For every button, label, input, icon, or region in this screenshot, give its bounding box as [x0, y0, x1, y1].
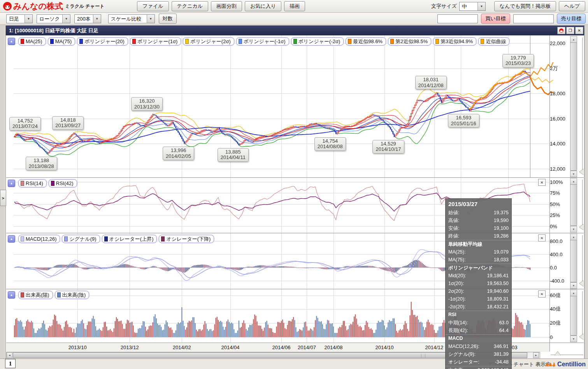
y-zoom-slider[interactable]: [582, 38, 583, 174]
vertical-scroll-thumb[interactable]: [570, 240, 577, 282]
centillion-logo-icon: ▲▲▲: [543, 361, 555, 367]
tooltip-row: MACD(12,26):346.91: [446, 343, 511, 350]
period-select[interactable]: 日足 ▼: [6, 14, 33, 23]
menu-button-0[interactable]: ファイル: [137, 1, 169, 11]
chart-window-titlebar[interactable]: 1: [100000018] 日経平均株価 大証 日足 ❐ ✕: [6, 26, 584, 35]
chevron-down-icon[interactable]: ▼: [62, 15, 70, 23]
menu-button-1[interactable]: テクニカル: [172, 1, 209, 11]
crosshair-tooltip: 2015/03/27 始値:19,375高値:19,590安値:19,100終値…: [445, 198, 512, 369]
scroll-down-icon[interactable]: ▼: [570, 336, 577, 342]
scroll-up-icon[interactable]: ▲: [570, 178, 577, 185]
y-zoom-slider-handle[interactable]: [579, 224, 584, 230]
legend-chip-MACD(12,26)[interactable]: MACD(12,26): [18, 235, 60, 243]
legend-chip-ボリンジャー(2σ)[interactable]: ボリンジャー(2σ): [183, 37, 234, 45]
legend-chip-出来高(陽)[interactable]: 出来高(陽): [18, 291, 53, 299]
app-root: みんなの株式 ミラクル チャート ファイルテクニカル画面分割お気に入り描画 文字…: [0, 0, 588, 369]
expand-panel-handle[interactable]: ＞: [0, 190, 6, 206]
header-right-button-0[interactable]: なんでも質問！掲示板: [494, 1, 556, 11]
font-size-select[interactable]: 中 ▼: [459, 2, 486, 11]
scroll-up-icon[interactable]: ▲: [570, 234, 577, 240]
legend-chip-シグナル(9)[interactable]: シグナル(9): [62, 235, 100, 243]
close-pane-icon[interactable]: ✕: [538, 290, 546, 297]
y-zoom-slider-handle[interactable]: [579, 169, 584, 175]
tooltip-section-header: RSI: [446, 311, 511, 319]
close-pane-icon[interactable]: ✕: [538, 234, 546, 241]
buy-target-input[interactable]: [437, 14, 478, 23]
legend-chip-MA(75)[interactable]: MA(75): [48, 37, 75, 45]
bar-count-select[interactable]: 200本 ▼: [74, 14, 101, 23]
x-axis-label: 2014/12: [425, 345, 443, 350]
legend-chip-オシレーター(下降)[interactable]: オシレーター(下降): [159, 235, 214, 243]
pane-divider[interactable]: [6, 177, 584, 178]
y-zoom-slider-handle[interactable]: [579, 280, 584, 287]
scroll-down-icon[interactable]: ▼: [570, 171, 577, 177]
legend-swatch-icon: [21, 292, 24, 297]
sell-target-button[interactable]: 売り目標: [557, 14, 586, 24]
scroll-right-icon[interactable]: ►: [533, 352, 539, 358]
legend-chip-出来高(陰)[interactable]: 出来高(陰): [55, 291, 90, 299]
scroll-left-icon[interactable]: ◄: [7, 352, 12, 358]
macd-legend-row: ▲MACD(12,26)シグナル(9)オシレーター(上昇)オシレーター(下降): [8, 235, 214, 243]
legend-swatch-icon: [390, 39, 394, 44]
legend-chip-ボリンジャー(1σ)[interactable]: ボリンジャー(1σ): [130, 37, 181, 45]
vertical-scroll-thumb[interactable]: [570, 296, 577, 336]
font-size-label: 文字サイズ: [431, 3, 457, 10]
collapse-macd-pane-button[interactable]: ▲: [8, 235, 15, 243]
scroll-down-icon[interactable]: ▼: [570, 282, 577, 289]
sell-target-input[interactable]: [513, 14, 554, 23]
rsi-legend-row: ▲RSI(14)RSI(42): [8, 179, 77, 187]
legend-chip-オシレーター(上昇)[interactable]: オシレーター(上昇): [102, 235, 157, 243]
legend-swatch-icon: [57, 292, 61, 297]
scroll-up-icon[interactable]: ▲: [570, 290, 577, 296]
menu-button-4[interactable]: 描画: [284, 1, 305, 11]
chevron-down-icon[interactable]: ▼: [477, 2, 485, 10]
chevron-down-icon[interactable]: ▼: [147, 15, 154, 23]
x-zoom-slider-handle[interactable]: [555, 352, 561, 356]
close-pane-icon[interactable]: ✕: [538, 179, 546, 186]
restore-window-icon[interactable]: ❐: [566, 27, 574, 34]
buy-target-button[interactable]: 買い目標: [481, 14, 510, 24]
menu-button-2[interactable]: 画面分割: [211, 1, 242, 11]
scroll-down-icon[interactable]: ▼: [570, 226, 577, 233]
legend-chip-近似曲線[interactable]: 近似曲線: [478, 37, 509, 45]
chevron-down-icon[interactable]: ▼: [93, 15, 101, 23]
legend-chip-ボリンジャー(-1σ)[interactable]: ボリンジャー(-1σ): [236, 37, 289, 45]
legend-swatch-icon: [348, 39, 351, 44]
vertical-scroll-thumb[interactable]: [570, 42, 577, 171]
header-right-button-1[interactable]: ヘルプ: [559, 1, 585, 11]
chart-type-select[interactable]: ローソク ▼: [37, 14, 70, 23]
legend-chip-第2近似98.5%[interactable]: 第2近似98.5%: [388, 37, 431, 45]
chevron-down-icon[interactable]: ▼: [25, 15, 32, 23]
vertical-scroll-thumb[interactable]: [570, 184, 577, 226]
y-zoom-slider-handle[interactable]: [579, 334, 584, 340]
tab-1[interactable]: 1: [5, 359, 16, 368]
collapse-volume-pane-button[interactable]: ▲: [8, 291, 15, 299]
tooltip-row: 終値:19,286: [446, 232, 511, 240]
legend-chip-最近似98.6%[interactable]: 最近似98.6%: [346, 37, 386, 45]
scroll-up-icon[interactable]: ▲: [570, 36, 577, 43]
y-zoom-slider[interactable]: [582, 180, 583, 229]
menu-button-3[interactable]: お気に入り: [245, 1, 281, 11]
collapse-rsi-pane-button[interactable]: ▲: [8, 180, 15, 187]
tooltip-row: 1σ(20):19,563.50: [446, 280, 511, 287]
y-zoom-slider[interactable]: [582, 235, 583, 286]
legend-chip-ボリンジャー(20)[interactable]: ボリンジャー(20): [77, 37, 128, 45]
price-annotation: 14,7542014/08/08: [314, 137, 346, 151]
legend-chip-MA(25)[interactable]: MA(25): [18, 37, 46, 45]
legend-swatch-icon: [51, 181, 54, 186]
price-chart-canvas[interactable]: [14, 35, 554, 177]
legend-swatch-icon: [239, 39, 242, 44]
tooltip-row: シグナル(9):381.39: [446, 350, 511, 358]
collapse-price-pane-button[interactable]: ▲: [8, 38, 15, 45]
legend-chip-RSI(14)[interactable]: RSI(14): [18, 179, 47, 187]
log-scale-button[interactable]: 対数: [159, 14, 177, 24]
y-zoom-slider[interactable]: [582, 291, 583, 339]
legend-chip-第3近似94.9%[interactable]: 第3近似94.9%: [433, 37, 476, 45]
close-window-icon[interactable]: ✕: [575, 27, 583, 34]
legend-chip-ボリンジャー(-2σ)[interactable]: ボリンジャー(-2σ): [291, 37, 344, 45]
tooltip-row: 出来高:2,568,188,148: [446, 366, 511, 369]
window-brand-icon[interactable]: [557, 27, 565, 34]
scale-compare-select[interactable]: スケール比較 ▼: [108, 14, 155, 23]
brand-logo-icon: [3, 2, 12, 10]
legend-chip-RSI(42)[interactable]: RSI(42): [49, 179, 77, 187]
